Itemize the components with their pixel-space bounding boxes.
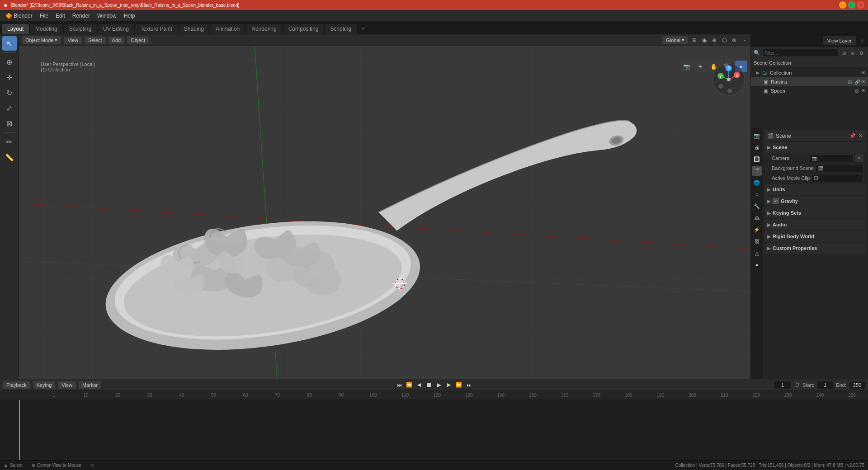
scene-canvas[interactable]: User Perspective (Local) (1) Collection … [19,46,750,379]
viewport-icon-3[interactable]: ⊕ [711,37,718,44]
gravity-checkbox[interactable]: ✓ [773,198,779,204]
outliner-filter-btn[interactable]: ⊞ [840,49,848,57]
keying-sets-section-header[interactable]: ▶ Keying Sets [764,207,866,218]
tab-compositing[interactable]: Compositing [283,24,324,34]
next-frame-btn[interactable]: ▶ [444,381,453,390]
background-scene-value[interactable]: 🎬 [816,164,863,172]
tab-animation[interactable]: Animation [210,24,245,34]
movie-clip-value[interactable]: 🎞 [811,174,863,182]
spoon-visibility-icon[interactable]: 👁 [861,88,866,94]
tab-rendering[interactable]: Rendering [246,24,282,34]
tool-transform[interactable]: ⊠ [2,116,17,131]
raisins-visibility-icon[interactable]: 👁 [861,79,866,85]
tab-layout[interactable]: Layout [2,24,29,34]
prop-icon-data[interactable]: △ [752,248,762,258]
tab-modeling[interactable]: Modeling [30,24,63,34]
custom-props-section-header[interactable]: ▶ Custom Properties [764,243,866,254]
gravity-section-header[interactable]: ▶ ✓ Gravity [764,196,866,207]
navigation-gizmo[interactable]: Y X Z [711,61,747,98]
outliner-item-raisins[interactable]: ▣ Raisins ⛓ 🔗 👁 [751,77,868,86]
audio-section-header[interactable]: ▶ Audio [764,219,866,230]
outliner-search-input[interactable] [762,49,838,57]
proportional-edit[interactable]: ◉ [701,37,708,44]
prev-frame-btn[interactable]: ◀ [415,381,424,390]
minimize-button[interactable]: — [839,1,846,9]
mode-selector[interactable]: Object Mode ▾ [22,36,61,44]
menu-help[interactable]: Help [120,12,139,20]
tl-marker-btn[interactable]: Marker [79,381,101,389]
tool-measure[interactable]: 📏 [2,150,17,164]
tool-scale[interactable]: ⤢ [2,101,17,115]
tab-sculpting[interactable]: Sculpting [64,24,97,34]
scene-header-pin[interactable]: 📌 [849,133,857,139]
tl-num-150: 150 [517,393,549,398]
prop-icon-view-layer[interactable]: 🔳 [752,154,762,164]
stop-btn[interactable]: ⏹ [425,381,434,390]
tab-texture-paint[interactable]: Texture Paint [135,24,178,34]
menu-render[interactable]: Render [69,12,94,20]
rigid-body-section-header[interactable]: ▶ Rigid Body World [764,231,866,242]
prop-icon-render[interactable]: 📷 [752,131,762,141]
camera-value[interactable]: 📷 [810,154,854,162]
end-frame-input[interactable] [849,381,865,389]
prop-icon-modifier[interactable]: 🔧 [752,201,762,211]
viewport-icon-4[interactable]: ⬡ [721,37,728,44]
tl-keying-btn[interactable]: Keying [33,381,56,389]
tool-select[interactable]: ↖ [2,36,17,51]
scene-section-header[interactable]: ▶ Scene [764,142,866,153]
units-section-header[interactable]: ▶ Units [764,184,866,195]
tl-playback-btn[interactable]: Playback [3,381,30,389]
rigid-body-section: ▶ Rigid Body World [764,231,866,242]
add-workspace-button[interactable]: + [358,23,368,34]
viewport-camera-btn[interactable]: 📷 [681,61,693,72]
tab-view-layer[interactable]: View Layer [823,36,856,45]
outliner-sync-btn[interactable]: ⊕ [849,49,857,57]
tab-shading[interactable]: Shading [179,24,209,34]
menu-blender[interactable]: 🔶 Blender [2,12,36,20]
next-keyframe-btn[interactable]: ⏩ [454,381,463,390]
close-button[interactable]: ✕ [857,1,864,9]
prop-icon-world[interactable]: 🌐 [752,178,762,188]
prop-icon-scene[interactable]: 🎬 [752,166,762,176]
snap-toggle[interactable]: ⊞ [691,37,698,44]
timeline-track[interactable] [0,400,868,460]
tool-rotate[interactable]: ↻ [2,85,17,100]
tool-cursor[interactable]: ⊕ [2,55,17,69]
tl-view-btn[interactable]: View [58,381,76,389]
prop-icon-physics[interactable]: ⚡ [752,225,762,235]
maximize-button[interactable]: □ [848,1,855,9]
start-frame-input[interactable] [817,381,833,389]
camera-edit-btn[interactable]: ✏ [855,154,863,162]
viewport-icon-6[interactable]: ~ [741,37,748,44]
current-frame-input[interactable] [774,381,792,389]
outliner-settings-btn[interactable]: ⚙ [857,49,865,57]
tab-uv-editing[interactable]: UV Editing [98,24,134,34]
viewport-object-menu[interactable]: Object [127,37,149,44]
outliner-item-collection[interactable]: ▶ 🗂 Collection 👁 [751,68,868,77]
tool-annotate[interactable]: ✏ [2,135,17,149]
play-btn[interactable]: ▶ [434,381,443,390]
tool-move[interactable]: ✛ [2,70,17,85]
viewport-global[interactable]: Global ▾ [662,36,688,44]
viewport-lighting-btn[interactable]: ☀ [694,61,706,72]
jump-end-btn[interactable]: ⏭ [464,381,473,390]
viewport-view-menu[interactable]: View [64,37,82,44]
prop-icon-constraints[interactable]: ⛓ [752,236,762,246]
prop-icon-material[interactable]: ● [752,260,762,270]
menu-file[interactable]: File [36,12,52,20]
collection-visibility-icon[interactable]: 👁 [861,70,866,75]
add-view-layer-btn[interactable]: + [856,34,868,47]
prev-keyframe-btn[interactable]: ⏪ [405,381,414,390]
menu-window[interactable]: Window [94,12,120,20]
viewport-add-menu[interactable]: Add [108,37,125,44]
outliner-item-spoon[interactable]: ▣ Spoon ⛓ 👁 [751,86,868,95]
prop-icon-object[interactable]: ○ [752,189,762,199]
scene-header-close[interactable]: ✕ [858,133,863,139]
prop-icon-particles[interactable]: ⁂ [752,213,762,223]
viewport-icon-5[interactable]: ⊗ [731,37,738,44]
prop-icon-output[interactable]: 🖨 [752,142,762,152]
tab-scripting[interactable]: Scripting [325,24,357,34]
menu-edit[interactable]: Edit [52,12,69,20]
viewport-select-menu[interactable]: Select [85,37,106,44]
jump-start-btn[interactable]: ⏮ [395,381,404,390]
